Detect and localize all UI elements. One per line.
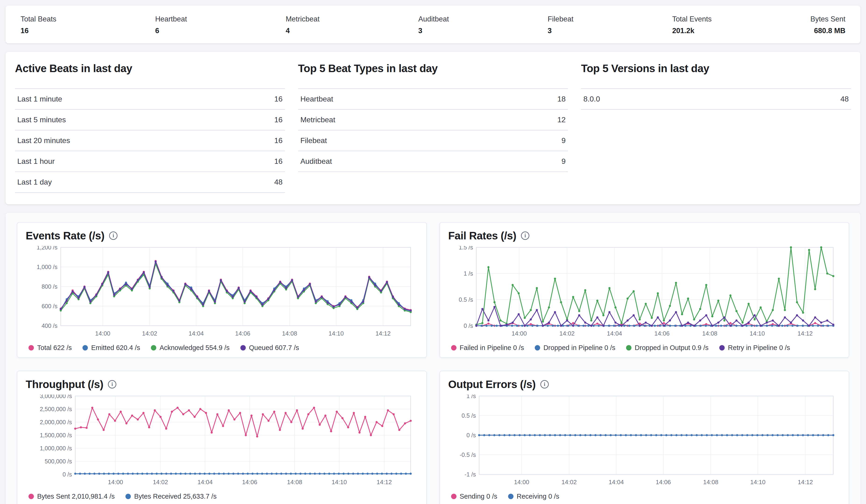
summary-stat-metricbeat: Metricbeat4 [286,15,320,35]
svg-text:14:10: 14:10 [750,479,765,485]
svg-text:14:10: 14:10 [332,479,347,485]
chart-plot[interactable]: 0 /s500,000 /s1,000,000 /s1,500,000 /s2,… [26,394,418,491]
svg-text:14:04: 14:04 [607,330,622,337]
stat-value: 201.2k [672,26,712,35]
svg-text:400 /s: 400 /s [42,322,57,329]
overview-tables: Active Beats in last dayLast 1 minute16L… [5,52,861,204]
row-value: 16 [235,130,285,151]
legend-color-dot [508,494,513,499]
svg-text:14:00: 14:00 [108,479,123,485]
legend-item-receiving[interactable]: Receiving 0 /s [508,493,559,500]
table-row: Auditbeat9 [298,151,568,172]
svg-text:14:04: 14:04 [189,330,204,337]
table-panel: Top 5 Beat Types in last dayHeartbeat18M… [298,62,568,193]
legend-label: Emitted 620.4 /s [91,344,140,352]
charts-section: Events Rate (/s)i400 /s600 /s800 /s1,000… [5,213,861,504]
table-row: Filebeat9 [298,130,568,151]
legend-color-dot [125,494,131,499]
legend-color-dot [241,345,246,351]
chart-title: Events Rate (/s) [26,230,104,242]
svg-text:14:06: 14:06 [654,330,669,337]
row-value: 16 [235,151,285,172]
svg-text:14:02: 14:02 [153,479,168,485]
stat-label: Total Events [672,15,712,23]
legend-item-bytes-sent[interactable]: Bytes Sent 2,010,981.4 /s [29,493,115,500]
chart-plot[interactable]: -1 /s-0.5 /s0 /s0.5 /s1 /s14:0014:0214:0… [448,394,840,491]
legend-item-dropped-in-pipeline[interactable]: Dropped in Pipeline 0 /s [535,344,615,352]
row-label: Heartbeat [298,89,501,110]
stat-label: Total Beats [21,15,56,23]
legend-label: Dropped in Pipeline 0 /s [543,344,615,352]
table-row: Metricbeat12 [298,110,568,130]
svg-text:1,000,000 /s: 1,000,000 /s [40,445,72,451]
chart-card-throughput-s: Throughput (/s)i0 /s500,000 /s1,000,000 … [17,371,427,504]
svg-text:14:04: 14:04 [197,479,213,485]
svg-text:800 /s: 800 /s [42,283,57,290]
svg-text:500,000 /s: 500,000 /s [45,458,72,465]
panel-title: Top 5 Versions in last day [581,62,851,75]
svg-text:0 /s: 0 /s [464,322,473,329]
chart-plot[interactable]: 400 /s600 /s800 /s1,000 /s1,200 /s14:001… [26,246,418,342]
legend-color-dot [535,345,540,351]
legend-color-dot [451,494,456,499]
summary-stat-heartbeat: Heartbeat6 [155,15,187,35]
info-icon[interactable]: i [521,231,529,240]
chart-legend: Total 622 /sEmitted 620.4 /sAcknowledged… [26,344,418,352]
summary-bar: Total Beats16Heartbeat6Metricbeat4Auditb… [5,5,861,43]
info-icon[interactable]: i [540,380,549,389]
table-row: 8.0.048 [581,89,851,110]
legend-item-failed-in-pipeline[interactable]: Failed in Pipeline 0 /s [451,344,524,352]
legend-label: Sending 0 /s [460,493,497,500]
legend-label: Dropped in Output 0.9 /s [635,344,709,352]
legend-item-retry-in-pipeline[interactable]: Retry in Pipeline 0 /s [719,344,790,352]
svg-text:0 /s: 0 /s [63,471,72,478]
svg-text:2,000,000 /s: 2,000,000 /s [40,419,72,425]
svg-text:14:02: 14:02 [142,330,157,337]
legend-item-queued[interactable]: Queued 607.7 /s [241,344,299,352]
svg-text:0.5 /s: 0.5 /s [462,412,476,419]
summary-stat-filebeat: Filebeat3 [547,15,573,35]
svg-text:14:08: 14:08 [287,479,302,485]
row-label: Last 5 minutes [15,110,235,130]
info-icon[interactable]: i [109,231,118,240]
legend-item-dropped-in-output[interactable]: Dropped in Output 0.9 /s [626,344,709,352]
row-label: Last 1 hour [15,151,235,172]
row-value: 9 [501,130,568,151]
legend-color-dot [719,345,725,351]
legend-color-dot [151,345,156,351]
data-table: Heartbeat18Metricbeat12Filebeat9Auditbea… [298,89,568,172]
summary-stat-auditbeat: Auditbeat3 [419,15,449,35]
row-value: 16 [235,89,285,110]
chart-plot[interactable]: 0 /s0.5 /s1 /s1.5 /s14:0014:0214:0414:06… [448,246,840,342]
legend-item-acknowledged[interactable]: Acknowledged 554.9 /s [151,344,230,352]
svg-text:1.5 /s: 1.5 /s [458,246,473,251]
svg-text:14:02: 14:02 [559,330,575,337]
row-value: 16 [235,110,285,130]
row-value: 9 [501,151,568,172]
chart-title-row: Fail Rates (/s)i [448,230,841,242]
legend-item-emitted[interactable]: Emitted 620.4 /s [82,344,140,352]
legend-item-total[interactable]: Total 622 /s [29,344,72,352]
legend-item-sending[interactable]: Sending 0 /s [451,493,497,500]
table-row: Heartbeat18 [298,89,568,110]
chart-card-events-rate-s: Events Rate (/s)i400 /s600 /s800 /s1,000… [17,222,427,358]
svg-text:14:00: 14:00 [95,330,110,337]
svg-text:14:12: 14:12 [798,479,813,485]
table-row: Last 20 minutes16 [15,130,285,151]
chart-title: Fail Rates (/s) [448,230,517,242]
chart-title-row: Output Errors (/s)i [448,378,841,390]
stat-value: 3 [419,26,449,35]
row-value: 12 [501,110,568,130]
row-label: Metricbeat [298,110,501,130]
info-icon[interactable]: i [108,380,116,389]
row-value: 18 [501,89,568,110]
summary-stat-total-events: Total Events201.2k [672,15,712,35]
legend-color-dot [29,494,34,499]
table-row: Last 1 day48 [15,172,285,193]
svg-text:14:12: 14:12 [377,479,392,485]
row-label: Last 1 minute [15,89,235,110]
stat-label: Metricbeat [286,15,320,23]
svg-text:14:06: 14:06 [656,479,671,485]
legend-item-bytes-received[interactable]: Bytes Received 25,633.7 /s [125,493,216,500]
svg-text:1,200 /s: 1,200 /s [37,246,57,251]
